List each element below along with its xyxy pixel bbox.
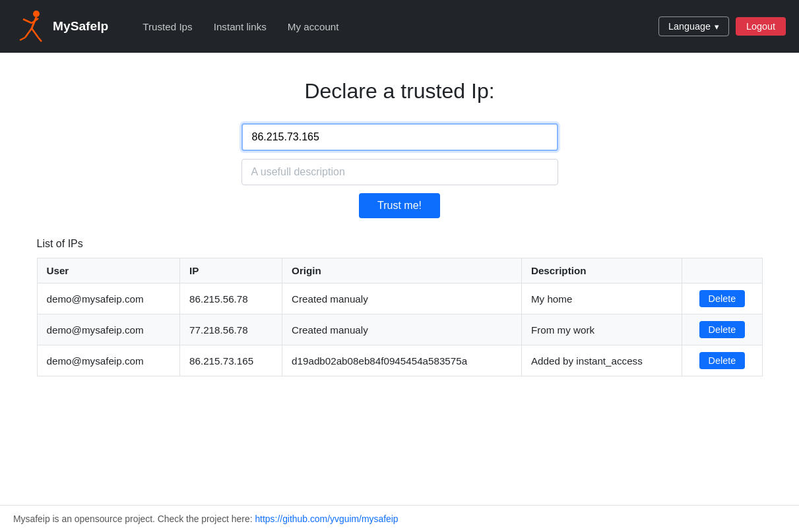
description-input[interactable] <box>241 159 558 185</box>
cell-origin: d19adb02ab08eb84f0945454a583575a <box>282 345 522 376</box>
language-button[interactable]: Language <box>658 16 729 36</box>
svg-line-2 <box>23 19 32 23</box>
cell-user: demo@mysafeip.com <box>37 345 180 376</box>
cell-origin: Created manualy <box>282 314 522 345</box>
table-row: demo@mysafeip.com 86.215.56.78 Created m… <box>37 283 762 314</box>
footer-text: Mysafeip is an opensource project. Check… <box>13 514 255 524</box>
logout-button[interactable]: Logout <box>736 17 786 36</box>
main-content: Declare a trusted Ip: Trust me! List of … <box>24 53 776 505</box>
cell-delete: Delete <box>682 283 762 314</box>
svg-line-7 <box>38 38 42 42</box>
col-actions <box>682 258 762 283</box>
cell-description: From my work <box>521 314 682 345</box>
col-ip: IP <box>180 258 282 283</box>
ip-list-section: List of IPs User IP Origin Description d… <box>37 238 763 376</box>
footer-link[interactable]: https://github.com/yvguim/mysafeip <box>255 514 398 524</box>
declare-ip-form: Trust me! <box>37 123 763 218</box>
cell-ip: 77.218.56.78 <box>180 314 282 345</box>
delete-button[interactable]: Delete <box>699 352 746 369</box>
cell-delete: Delete <box>682 314 762 345</box>
cell-user: demo@mysafeip.com <box>37 314 180 345</box>
svg-line-5 <box>32 28 38 38</box>
col-description: Description <box>521 258 682 283</box>
brand-name: MySafeIp <box>53 19 108 34</box>
trust-button[interactable]: Trust me! <box>359 193 440 218</box>
cell-ip: 86.215.73.165 <box>180 345 282 376</box>
table-row: demo@mysafeip.com 77.218.56.78 Created m… <box>37 314 762 345</box>
logo-icon <box>13 9 46 45</box>
table-body: demo@mysafeip.com 86.215.56.78 Created m… <box>37 283 762 376</box>
cell-ip: 86.215.56.78 <box>180 283 282 314</box>
list-label: List of IPs <box>37 238 763 250</box>
brand-link[interactable]: MySafeIp <box>13 9 108 45</box>
cell-origin: Created manualy <box>282 283 522 314</box>
cell-delete: Delete <box>682 345 762 376</box>
col-user: User <box>37 258 180 283</box>
page-title: Declare a trusted Ip: <box>37 79 763 103</box>
ip-table: User IP Origin Description demo@mysafeip… <box>37 258 763 376</box>
navbar: MySafeIp Trusted Ips Instant links My ac… <box>0 0 799 53</box>
table-row: demo@mysafeip.com 86.215.73.165 d19adb02… <box>37 345 762 376</box>
col-origin: Origin <box>282 258 522 283</box>
cell-user: demo@mysafeip.com <box>37 283 180 314</box>
cell-description: My home <box>521 283 682 314</box>
delete-button[interactable]: Delete <box>699 290 746 307</box>
nav-actions: Language Logout <box>658 16 786 36</box>
delete-button[interactable]: Delete <box>699 321 746 338</box>
nav-links: Trusted Ips Instant links My account <box>135 16 645 38</box>
footer: Mysafeip is an opensource project. Check… <box>0 505 799 532</box>
svg-point-0 <box>33 11 40 17</box>
svg-line-4 <box>25 28 32 38</box>
cell-description: Added by instant_access <box>521 345 682 376</box>
ip-input[interactable] <box>241 123 558 151</box>
nav-trusted-ips[interactable]: Trusted Ips <box>135 16 200 38</box>
nav-my-account[interactable]: My account <box>280 16 347 38</box>
table-header: User IP Origin Description <box>37 258 762 283</box>
nav-instant-links[interactable]: Instant links <box>206 16 274 38</box>
svg-line-6 <box>20 38 25 40</box>
